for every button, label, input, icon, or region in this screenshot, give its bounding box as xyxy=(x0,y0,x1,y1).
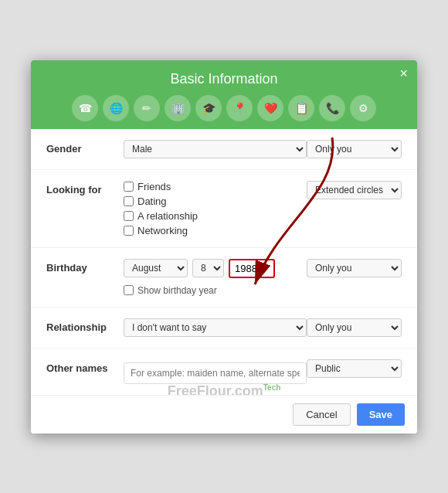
other-names-input[interactable] xyxy=(124,362,307,384)
graduation-icon-circle[interactable]: 🎓 xyxy=(195,95,222,121)
gender-row: Gender Male Female Other Only you Extend… xyxy=(31,129,417,170)
gender-label: Gender xyxy=(46,140,124,155)
friends-checkbox[interactable] xyxy=(124,182,134,192)
globe-icon-circle[interactable]: 🌐 xyxy=(103,95,129,121)
gender-content: Male Female Other xyxy=(124,140,307,158)
gender-select[interactable]: Male Female Other xyxy=(124,140,307,158)
cancel-button[interactable]: Cancel xyxy=(293,403,350,426)
relationship-checkbox[interactable] xyxy=(124,211,134,221)
birthday-content: August January February 8 1 Show birthda… xyxy=(124,259,307,296)
birthday-row: Birthday August January February 8 1 xyxy=(31,248,417,308)
other-names-label: Other names xyxy=(46,359,124,374)
gender-privacy-select[interactable]: Only you Extended circles Public xyxy=(307,140,402,158)
birthday-month-select[interactable]: August January February xyxy=(124,259,188,277)
gender-privacy: Only you Extended circles Public xyxy=(307,140,402,158)
relationship-label: Relationship xyxy=(46,318,124,333)
a-relationship-label: A relationship xyxy=(137,210,198,222)
pencil-icon-circle[interactable]: ✏ xyxy=(134,95,160,121)
settings-icon-circle[interactable]: ⚙ xyxy=(350,95,376,121)
dating-checkbox[interactable] xyxy=(124,196,134,206)
birthday-privacy-select[interactable]: Only you Extended circles Public xyxy=(307,259,402,277)
modal-title: Basic Information xyxy=(46,71,402,87)
phone-icon-circle[interactable]: ☎ xyxy=(72,95,98,121)
birthday-privacy: Only you Extended circles Public xyxy=(307,259,402,277)
relationship-privacy-select[interactable]: Only you Extended circles Public xyxy=(307,318,402,337)
looking-for-privacy: Extended circles Only you Public xyxy=(307,181,402,199)
modal-body: Gender Male Female Other Only you Extend… xyxy=(31,129,417,395)
relationship-select[interactable]: I don't want to say Single In a relation… xyxy=(124,318,307,337)
show-birthday-year-checkbox[interactable] xyxy=(124,285,134,295)
building-icon-circle[interactable]: 🏢 xyxy=(165,95,191,121)
modal-header: × Basic Information ☎ 🌐 ✏ 🏢 🎓 📍 ❤️ 📋 📞 ⚙ xyxy=(31,60,417,129)
birthday-year-input[interactable] xyxy=(229,259,275,278)
birthday-label: Birthday xyxy=(46,259,124,274)
icon-row: ☎ 🌐 ✏ 🏢 🎓 📍 ❤️ 📋 📞 ⚙ xyxy=(46,95,402,129)
save-button[interactable]: Save xyxy=(357,403,405,426)
show-birthday-year-label: Show birthday year xyxy=(137,285,217,296)
friends-option[interactable]: Friends xyxy=(124,181,307,192)
location-icon-circle[interactable]: 📍 xyxy=(226,95,253,121)
looking-for-privacy-select[interactable]: Extended circles Only you Public xyxy=(307,181,402,199)
relationship-row: Relationship I don't want to say Single … xyxy=(31,308,417,348)
looking-for-row: Looking for Friends Dating A relationshi… xyxy=(31,170,417,248)
networking-checkbox[interactable] xyxy=(124,226,134,236)
heart-icon-circle[interactable]: ❤️ xyxy=(257,95,283,121)
looking-for-label: Looking for xyxy=(46,181,124,196)
show-birthday-row: Show birthday year xyxy=(124,285,307,296)
networking-option[interactable]: Networking xyxy=(124,225,307,236)
basic-information-modal: × Basic Information ☎ 🌐 ✏ 🏢 🎓 📍 ❤️ 📋 📞 ⚙… xyxy=(31,60,417,434)
other-names-privacy-select[interactable]: Public Only you Extended circles xyxy=(307,359,402,378)
other-names-content xyxy=(124,359,307,384)
modal-footer: Cancel Save xyxy=(31,395,417,434)
card-icon-circle[interactable]: 📋 xyxy=(288,95,314,121)
other-names-row: Other names Public Only you Extended cir… xyxy=(31,348,417,395)
close-button[interactable]: × xyxy=(399,66,408,80)
relationship-content: I don't want to say Single In a relation… xyxy=(124,318,307,337)
other-names-privacy: Public Only you Extended circles xyxy=(307,359,402,378)
looking-for-content: Friends Dating A relationship Networking xyxy=(124,181,307,236)
relationship-option[interactable]: A relationship xyxy=(124,210,307,222)
birthday-selectors: August January February 8 1 xyxy=(124,259,307,278)
phone2-icon-circle[interactable]: 📞 xyxy=(319,95,345,121)
dating-option[interactable]: Dating xyxy=(124,196,307,207)
birthday-day-select[interactable]: 8 1 xyxy=(192,259,224,277)
relationship-privacy: Only you Extended circles Public xyxy=(307,318,402,337)
